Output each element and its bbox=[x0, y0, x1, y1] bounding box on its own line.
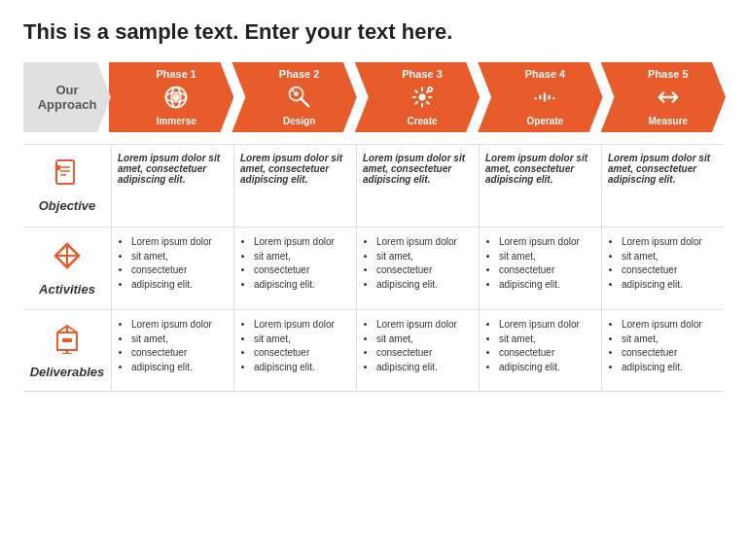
objective-cells: Lorem ipsum dolor sit amet, consectetuer… bbox=[111, 145, 724, 227]
objective-cell-3: Lorem ipsum dolor sit amet, consectetuer… bbox=[356, 145, 479, 227]
phase-2-arrow: Phase 2 Design bbox=[231, 62, 356, 132]
svg-line-20 bbox=[55, 244, 67, 256]
phase-1-icon bbox=[162, 84, 190, 114]
phase-2-label: Phase 2 bbox=[279, 68, 320, 80]
phase-4-label: Phase 4 bbox=[525, 68, 566, 80]
objective-icon bbox=[53, 158, 82, 194]
our-approach-label: OurApproach bbox=[23, 62, 111, 132]
objective-label: Objective bbox=[39, 198, 96, 213]
svg-rect-11 bbox=[540, 95, 542, 100]
phase-5-label: Phase 5 bbox=[648, 68, 689, 80]
svg-rect-26 bbox=[62, 338, 72, 342]
objective-cell-4: Lorem ipsum dolor sit amet, consectetuer… bbox=[479, 145, 601, 227]
phase-1-name: Immerse bbox=[157, 116, 196, 126]
phase-1-arrow: Phase 1 Immerse bbox=[109, 62, 233, 132]
svg-rect-19 bbox=[55, 165, 60, 170]
svg-point-6 bbox=[291, 88, 295, 92]
deliverables-header: Deliverables bbox=[23, 310, 111, 391]
deliverables-cell-3: Lorem ipsum dolorsit amet,consectetuerad… bbox=[356, 310, 479, 391]
svg-point-0 bbox=[173, 94, 180, 101]
svg-line-22 bbox=[55, 256, 67, 267]
phase-4-icon bbox=[531, 84, 558, 114]
phase-3-icon bbox=[409, 84, 436, 114]
phase-3-arrow: Phase 3 Create bbox=[355, 62, 480, 132]
svg-point-5 bbox=[294, 91, 299, 96]
page-title: This is a sample text. Enter your text h… bbox=[23, 19, 724, 45]
deliverables-row: Deliverables Lorem ipsum dolorsit amet,c… bbox=[23, 309, 724, 392]
phase-5-arrow: Phase 5 Measure bbox=[601, 62, 726, 132]
svg-rect-15 bbox=[56, 160, 74, 184]
svg-point-7 bbox=[419, 94, 426, 101]
phase-3-name: Create bbox=[407, 116, 437, 126]
objective-row: Objective Lorem ipsum dolor sit amet, co… bbox=[23, 144, 724, 227]
svg-line-23 bbox=[67, 256, 79, 267]
deliverables-cell-4: Lorem ipsum dolorsit amet,consectetuerad… bbox=[479, 310, 601, 391]
deliverables-cell-1: Lorem ipsum dolorsit amet,consectetuerad… bbox=[111, 310, 233, 391]
phase-2-name: Design bbox=[283, 116, 315, 126]
svg-rect-13 bbox=[535, 97, 537, 99]
phase-5-icon bbox=[655, 84, 682, 114]
phase-5-name: Measure bbox=[649, 116, 689, 126]
phase-1-label: Phase 1 bbox=[156, 68, 196, 80]
deliverables-cell-2: Lorem ipsum dolorsit amet,consectetuerad… bbox=[233, 310, 356, 391]
deliverables-cells: Lorem ipsum dolorsit amet,consectetuerad… bbox=[111, 310, 724, 391]
objective-cell-1: Lorem ipsum dolor sit amet, consectetuer… bbox=[111, 145, 233, 227]
table-section: Objective Lorem ipsum dolor sit amet, co… bbox=[23, 144, 724, 392]
phases-row: OurApproach Phase 1 Immerse Phase 2 bbox=[23, 62, 724, 132]
activities-cell-1: Lorem ipsum dolorsit amet,consectetuerad… bbox=[111, 228, 233, 309]
phase-2-icon bbox=[286, 84, 313, 114]
objective-cell-2: Lorem ipsum dolor sit amet, consectetuer… bbox=[233, 145, 356, 227]
activities-header: Activities bbox=[23, 228, 111, 309]
activities-label: Activities bbox=[39, 282, 95, 297]
activities-icon bbox=[52, 240, 83, 278]
deliverables-icon bbox=[53, 323, 82, 361]
objective-cell-5: Lorem ipsum dolor sit amet, consectetuer… bbox=[601, 145, 724, 227]
svg-line-21 bbox=[67, 244, 79, 256]
phase-4-name: Operate bbox=[527, 116, 564, 126]
deliverables-cell-5: Lorem ipsum dolorsit amet,consectetuerad… bbox=[601, 310, 724, 391]
svg-rect-10 bbox=[544, 92, 546, 101]
phase-3-label: Phase 3 bbox=[402, 68, 443, 80]
deliverables-label: Deliverables bbox=[30, 365, 105, 379]
phase-4-arrow: Phase 4 Operate bbox=[478, 62, 602, 132]
objective-header: Objective bbox=[23, 145, 111, 227]
svg-point-9 bbox=[429, 88, 431, 90]
page: This is a sample text. Enter your text h… bbox=[0, 0, 747, 560]
activities-cells: Lorem ipsum dolorsit amet,consectetuerad… bbox=[111, 228, 724, 309]
activities-row: Activities Lorem ipsum dolorsit amet,con… bbox=[23, 227, 724, 309]
activities-cell-3: Lorem ipsum dolorsit amet,consectetuerad… bbox=[356, 228, 479, 309]
activities-cell-2: Lorem ipsum dolorsit amet,consectetuerad… bbox=[233, 228, 356, 309]
svg-rect-12 bbox=[549, 95, 551, 100]
activities-cell-5: Lorem ipsum dolorsit amet,consectetuerad… bbox=[601, 228, 724, 309]
svg-rect-14 bbox=[553, 97, 555, 99]
activities-cell-4: Lorem ipsum dolorsit amet,consectetuerad… bbox=[479, 228, 601, 309]
